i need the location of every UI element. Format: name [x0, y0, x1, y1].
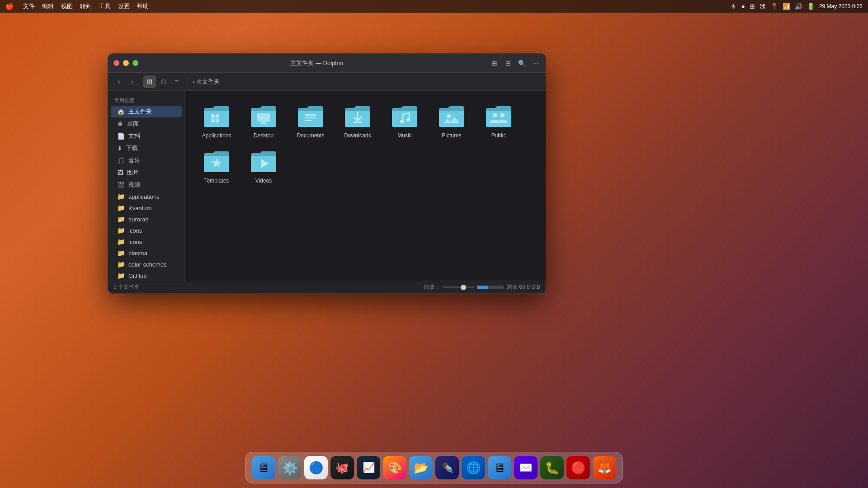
menu-view[interactable]: 视图	[61, 2, 73, 10]
grid-icon: ⊞	[750, 3, 755, 10]
sidebar-item-icons1[interactable]: 📁 icons	[111, 225, 182, 236]
dock-settings[interactable]: ⚙️	[278, 456, 302, 479]
gallery-view-button[interactable]: ⊞	[490, 58, 500, 68]
downloads-icon: ⬇	[117, 145, 123, 152]
dock-finder[interactable]: 🖥	[252, 456, 275, 479]
sidebar-item-music[interactable]: 🎵 音乐	[111, 155, 182, 166]
dock-firefox[interactable]: 🦊	[593, 456, 616, 479]
forward-button[interactable]: ›	[126, 75, 139, 88]
storage-bar	[477, 286, 504, 289]
svg-point-12	[406, 118, 410, 122]
icon-view-button[interactable]: ⊞	[143, 75, 156, 88]
file-item-pictures[interactable]: Pictures	[429, 100, 474, 143]
sidebar-item-documents[interactable]: 📄 文档	[111, 130, 182, 142]
view-buttons: ⊞ ⊟ ≡	[143, 75, 183, 88]
dock-worms[interactable]: 🐛	[540, 456, 564, 479]
dolphin-window: 主文件夹 — Dolphin ⊞ ⊟ 🔍 ⋯ ‹ › ⊞ ⊟ ≡ › 主文件夹 …	[108, 53, 546, 294]
sidebar-item-kvantum[interactable]: 📁 Kvantum	[111, 202, 182, 213]
menu-goto[interactable]: 转到	[80, 2, 92, 10]
dock-finder3[interactable]: 🖥	[488, 456, 511, 479]
sidebar-item-desktop[interactable]: 🖥 桌面	[111, 118, 182, 130]
folder-aurorae-icon: 📁	[117, 216, 125, 223]
svg-rect-3	[216, 119, 219, 122]
menu-edit[interactable]: 编辑	[42, 2, 54, 10]
settings-icon: ⚙️	[282, 460, 298, 475]
battery-icon: 🔋	[807, 3, 815, 10]
folder-documents-icon	[296, 104, 325, 129]
storage-label: 剩余 63.8 GiB	[507, 283, 540, 291]
path-label[interactable]: 主文件夹	[196, 78, 220, 86]
sidebar-item-plasma[interactable]: 📁 plasma	[111, 248, 182, 258]
folder-icons2-icon: 📁	[117, 238, 125, 245]
list-view-button[interactable]: ≡	[170, 75, 183, 88]
location-icon: 📍	[770, 3, 778, 10]
dock-finder2[interactable]: 📂	[409, 456, 433, 479]
zoom-slider[interactable]	[443, 286, 474, 288]
dock-mercury[interactable]: ✉️	[514, 456, 538, 479]
minimize-button[interactable]	[123, 60, 129, 66]
sidebar-item-icons2[interactable]: 📁 icons	[111, 236, 182, 247]
dock-activity[interactable]: 📈	[357, 456, 380, 479]
dock-github[interactable]: 🐙	[330, 456, 354, 479]
search-button[interactable]: 🔍	[517, 58, 527, 68]
breadcrumb: › 主文件夹	[193, 78, 220, 86]
file-item-desktop[interactable]: Desktop	[241, 100, 286, 143]
home-icon: 🏠	[117, 108, 125, 115]
folder-github-icon: 📁	[117, 272, 125, 279]
dock-chrome[interactable]: 🔵	[304, 456, 328, 479]
finder2-icon: 📂	[414, 461, 428, 475]
menubar-right: ☀ ● ⊞ ⌘ 📍 📶 🔊 🔋 29 May 2023 0:26	[731, 3, 863, 10]
window-body: 常用位置 🏠 主文件夹 🖥 桌面 📄 文档 ⬇ 下载 🎵 音乐	[108, 91, 546, 281]
menu-help[interactable]: 帮助	[137, 2, 149, 10]
desktop-icon: 🖥	[117, 120, 123, 127]
folder-kvantum-icon: 📁	[117, 204, 125, 211]
file-item-documents[interactable]: Documents	[288, 100, 333, 143]
folder-color-schemes-icon: 📁	[117, 261, 125, 268]
colorful-icon: 🎨	[387, 461, 402, 475]
close-button[interactable]	[113, 60, 119, 66]
file-label-music: Music	[397, 132, 411, 140]
folder-applications-icon	[202, 104, 231, 129]
dock-felony[interactable]: 🔴	[566, 456, 590, 479]
sidebar-item-github[interactable]: 📁 GitHub	[111, 270, 182, 281]
file-label-pictures: Pictures	[442, 132, 461, 140]
sidebar-item-desktop-label: 桌面	[127, 120, 139, 128]
dock-inkscape[interactable]: ✒️	[435, 456, 459, 479]
split-view-button[interactable]: ⊟	[503, 58, 513, 68]
compact-view-button[interactable]: ⊟	[157, 75, 170, 88]
svg-rect-10	[353, 122, 362, 123]
dock-colorful[interactable]: 🎨	[383, 456, 406, 479]
sidebar-item-color-schemes[interactable]: 📁 color-schemes	[111, 259, 182, 270]
menu-settings[interactable]: 设置	[118, 2, 130, 10]
sidebar-item-documents-label: 文档	[128, 132, 140, 140]
apple-menu[interactable]: 🍎	[5, 2, 14, 10]
sidebar-item-pictures[interactable]: 🖼 图片	[111, 167, 182, 178]
file-item-downloads[interactable]: Downloads	[335, 100, 380, 143]
titlebar: 主文件夹 — Dolphin ⊞ ⊟ 🔍 ⋯	[108, 54, 546, 73]
file-item-music[interactable]: Music	[382, 100, 427, 143]
zoom-label: 缩放：	[424, 283, 440, 291]
file-item-templates[interactable]: Templates	[194, 145, 239, 188]
file-grid: Applications Desktop	[192, 98, 538, 190]
sidebar-item-downloads[interactable]: ⬇ 下载	[111, 142, 182, 154]
datetime: 29 May 2023 0:26	[819, 3, 863, 9]
more-options-button[interactable]: ⋯	[530, 58, 540, 68]
worms-icon: 🐛	[545, 461, 559, 475]
file-item-videos[interactable]: Videos	[241, 145, 286, 188]
menu-tools[interactable]: 工具	[99, 2, 111, 10]
back-button[interactable]: ‹	[113, 75, 125, 88]
dock-browser[interactable]: 🌐	[462, 456, 485, 479]
sidebar-item-aurorae[interactable]: 📁 aurorae	[111, 214, 182, 225]
file-count: 9 个文件夹	[113, 283, 140, 291]
menu-file[interactable]: 文件	[23, 2, 35, 10]
file-item-applications[interactable]: Applications	[194, 100, 239, 143]
svg-point-14	[493, 113, 497, 117]
sidebar-section-common: 常用位置	[108, 94, 184, 105]
github-icon: 🐙	[335, 461, 349, 474]
maximize-button[interactable]	[132, 60, 138, 66]
sidebar-item-videos[interactable]: 🎬 视频	[111, 179, 182, 191]
sidebar-item-applications-label: applications	[128, 193, 160, 200]
sidebar-item-home[interactable]: 🏠 主文件夹	[111, 106, 182, 117]
file-item-public[interactable]: Public	[476, 100, 521, 143]
sidebar-item-applications[interactable]: 📁 applications	[111, 191, 182, 202]
